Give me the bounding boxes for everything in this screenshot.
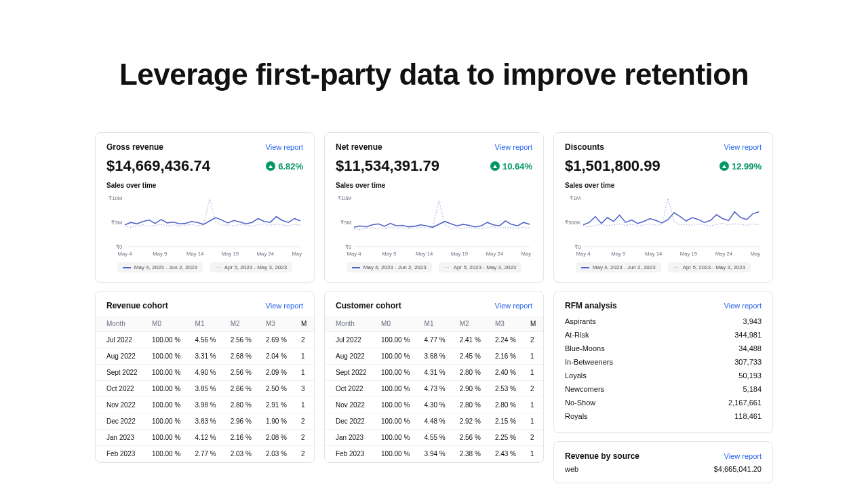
- kpi-card-discounts: Discounts View report $1,501,800.99 12.9…: [553, 132, 773, 283]
- revenue-cohort-table: MonthM0M1M2M3MJul 2022100.00 %4.56 %2.56…: [96, 316, 314, 462]
- kpi-card-net-revenue: Net revenue View report $11,534,391.79 1…: [324, 132, 544, 283]
- table-row: Jan 2023100.00 %4.55 %2.56 %2.25 %2: [325, 430, 543, 446]
- svg-text:May 29: May 29: [292, 251, 303, 257]
- svg-text:May 14: May 14: [186, 251, 204, 257]
- page-headline: Leverage first-party data to improve ret…: [0, 58, 868, 92]
- kpi-title: Net revenue: [336, 142, 382, 152]
- dashboard-grid: Gross revenue View report $14,669,436.74…: [95, 132, 773, 483]
- view-report-link[interactable]: View report: [724, 302, 762, 310]
- kpi-value: $14,669,436.74: [106, 157, 210, 175]
- table-row: Aug 2022100.00 %3.68 %2.45 %2.16 %1: [325, 348, 543, 365]
- svg-text:May 29: May 29: [521, 251, 532, 257]
- table-header: Month: [325, 316, 374, 332]
- svg-text:₹500K: ₹500K: [565, 220, 581, 226]
- chart-legend: May 4, 2023 - Jun 2, 2023 Apr 5, 2023 - …: [565, 262, 762, 272]
- line-solid-icon: [581, 267, 589, 268]
- table-row: Feb 2023100.00 %3.94 %2.38 %2.43 %1: [325, 446, 543, 462]
- svg-text:May 24: May 24: [257, 251, 275, 257]
- view-report-link[interactable]: View report: [724, 452, 762, 460]
- table-row: Dec 2022100.00 %3.83 %2.96 %1.90 %2: [96, 413, 314, 430]
- table-row: Aug 2022100.00 %3.31 %2.68 %2.04 %1: [96, 348, 314, 365]
- svg-text:May 14: May 14: [416, 251, 433, 257]
- kpi-title: Discounts: [565, 142, 604, 152]
- kpi-delta-value: 10.64%: [502, 161, 532, 171]
- svg-text:₹5M: ₹5M: [111, 220, 122, 226]
- table-header: M0: [145, 316, 189, 332]
- svg-text:₹1M: ₹1M: [570, 195, 580, 201]
- svg-text:May 24: May 24: [486, 251, 504, 257]
- table-header: M2: [453, 316, 488, 332]
- svg-text:May 19: May 19: [222, 251, 239, 257]
- svg-text:May 29: May 29: [750, 251, 762, 257]
- list-item: Royals118,461: [565, 409, 762, 423]
- table-header: M0: [374, 316, 418, 332]
- card-title: RFM analysis: [565, 301, 617, 310]
- svg-text:₹10M: ₹10M: [108, 195, 122, 201]
- view-report-link[interactable]: View report: [724, 143, 762, 151]
- table-header: M: [294, 316, 314, 332]
- kpi-delta: 10.64%: [490, 161, 532, 171]
- svg-text:₹5M: ₹5M: [340, 220, 351, 226]
- card-title: Revenue cohort: [106, 301, 168, 310]
- kpi-delta-value: 12.99%: [732, 161, 762, 171]
- svg-text:₹0: ₹0: [574, 244, 580, 250]
- table-row: Sept 2022100.00 %4.31 %2.80 %2.40 %1: [325, 365, 543, 381]
- kpi-value: $1,501,800.99: [565, 157, 660, 175]
- chart-subhead: Sales over time: [565, 182, 762, 189]
- table-header: M1: [418, 316, 453, 332]
- svg-text:May 9: May 9: [611, 251, 625, 257]
- kpi-delta-value: 6.82%: [278, 161, 303, 171]
- svg-text:₹0: ₹0: [345, 244, 351, 250]
- svg-text:May 9: May 9: [153, 251, 167, 257]
- chart-legend: May 4, 2023 - Jun 2, 2023 Apr 5, 2023 - …: [106, 262, 303, 272]
- legend-current: May 4, 2023 - Jun 2, 2023: [117, 262, 203, 272]
- line-solid-icon: [123, 267, 131, 268]
- table-row: Jul 2022100.00 %4.56 %2.56 %2.69 %2: [96, 332, 314, 348]
- line-dotted-icon: [215, 264, 221, 270]
- svg-text:May 4: May 4: [118, 251, 133, 257]
- view-report-link[interactable]: View report: [495, 143, 532, 151]
- arrow-up-icon: [266, 161, 275, 171]
- table-row: Oct 2022100.00 %4.73 %2.90 %2.53 %2: [325, 381, 543, 397]
- legend-previous: Apr 5, 2023 - May 3, 2023: [668, 262, 751, 272]
- kpi-delta: 6.82%: [266, 161, 303, 171]
- sales-over-time-chart-net: ₹10M₹5M₹0May 4May 9May 14May 19May 24May…: [336, 193, 532, 258]
- line-dotted-icon: [673, 264, 679, 270]
- arrow-up-icon: [719, 161, 729, 171]
- svg-text:May 9: May 9: [382, 251, 396, 257]
- view-report-link[interactable]: View report: [266, 302, 303, 310]
- table-header: M3: [259, 316, 294, 332]
- list-item: At-Risk344,981: [565, 328, 762, 342]
- view-report-link[interactable]: View report: [495, 302, 532, 310]
- table-row: Jan 2023100.00 %4.12 %2.16 %2.08 %2: [96, 430, 314, 446]
- arrow-up-icon: [490, 161, 500, 171]
- table-row: Dec 2022100.00 %4.48 %2.92 %2.15 %1: [325, 413, 543, 430]
- table-header: M3: [488, 316, 524, 332]
- table-row: Sept 2022100.00 %4.90 %2.56 %2.09 %1: [96, 365, 314, 381]
- card-title: Revenue by source: [565, 451, 639, 461]
- revenue-by-source-list: web$4,665,041.20: [565, 465, 762, 473]
- svg-text:May 19: May 19: [451, 251, 468, 257]
- svg-text:May 14: May 14: [645, 251, 663, 257]
- line-dotted-icon: [444, 264, 450, 270]
- chart-subhead: Sales over time: [336, 182, 532, 189]
- list-item: Loyals50,193: [565, 369, 762, 382]
- revenue-by-source-card: Revenue by source View report web$4,665,…: [553, 441, 773, 483]
- legend-previous: Apr 5, 2023 - May 3, 2023: [439, 262, 522, 272]
- rfm-analysis-card: RFM analysis View report Aspirants3,943A…: [553, 291, 773, 433]
- table-header: Month: [96, 316, 145, 332]
- kpi-title: Gross revenue: [106, 142, 163, 152]
- view-report-link[interactable]: View report: [266, 143, 303, 151]
- kpi-value: $11,534,391.79: [336, 157, 439, 175]
- table-row: Oct 2022100.00 %3.85 %2.66 %2.50 %3: [96, 381, 314, 397]
- chart-legend: May 4, 2023 - Jun 2, 2023 Apr 5, 2023 - …: [336, 262, 532, 272]
- svg-text:₹10M: ₹10M: [338, 195, 351, 201]
- table-header: M2: [224, 316, 259, 332]
- list-item: Aspirants3,943: [565, 314, 762, 328]
- table-header: M1: [189, 316, 224, 332]
- svg-text:May 19: May 19: [680, 251, 697, 257]
- card-title: Customer cohort: [336, 301, 401, 310]
- legend-current: May 4, 2023 - Jun 2, 2023: [576, 262, 661, 272]
- line-solid-icon: [352, 267, 360, 268]
- list-item: Blue-Moons34,488: [565, 342, 762, 355]
